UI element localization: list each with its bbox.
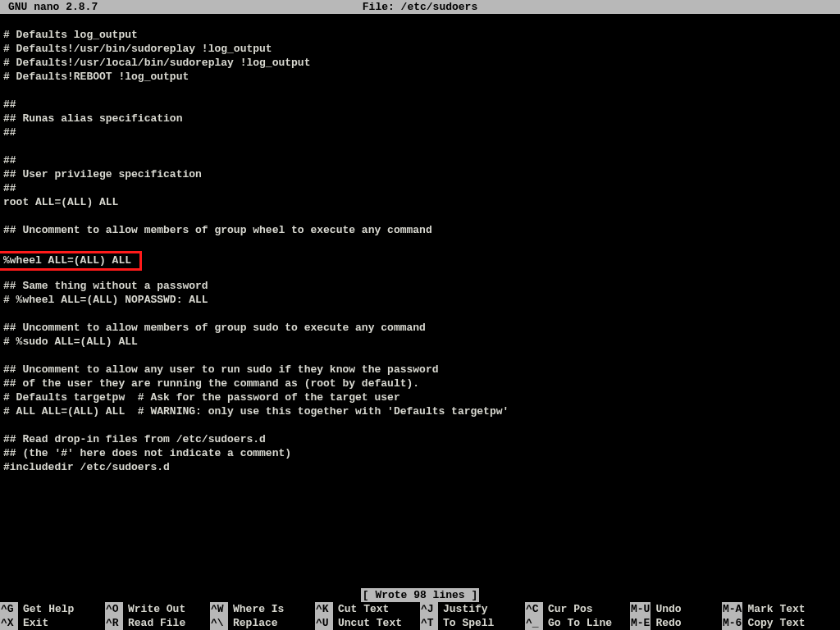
editor-line[interactable]: ##	[3, 181, 837, 195]
editor-line[interactable]	[3, 209, 837, 223]
shortcut-label: Write Out	[128, 602, 185, 616]
shortcut-cut-text[interactable]: ^KCut Text	[315, 602, 420, 616]
shortcut-label: Justify	[443, 602, 488, 616]
shortcut-key: ^R	[105, 616, 123, 630]
editor-line[interactable]	[3, 237, 837, 251]
shortcut-column: ^KCut Text^UUncut Text	[315, 602, 420, 630]
shortcut-mark-text[interactable]: M-AMark Text	[722, 602, 840, 616]
editor-line[interactable]: ## of the user they are running the comm…	[3, 377, 837, 390]
shortcut-label: Cur Pos	[548, 602, 593, 616]
spacer	[0, 14, 840, 28]
highlighted-line: %wheel ALL=(ALL) ALL	[0, 251, 142, 271]
editor-line[interactable]: ## User privilege specification	[3, 167, 837, 181]
shortcut-column: ^GGet Help^XExit	[0, 602, 105, 630]
shortcut-key: ^O	[105, 602, 123, 616]
shortcut-label: Exit	[23, 616, 48, 630]
shortcut-label: Read File	[128, 616, 185, 630]
shortcut-label: Uncut Text	[338, 616, 402, 630]
shortcut-read-file[interactable]: ^RRead File	[105, 616, 210, 630]
editor-line[interactable]	[3, 139, 837, 153]
shortcut-uncut-text[interactable]: ^UUncut Text	[315, 616, 420, 630]
shortcut-label: Copy Text	[747, 616, 805, 630]
shortcut-go-to-line[interactable]: ^_Go To Line	[525, 616, 630, 630]
shortcut-get-help[interactable]: ^GGet Help	[0, 602, 105, 616]
shortcut-key: ^_	[525, 616, 543, 630]
shortcut-label: Replace	[233, 616, 278, 630]
editor-line[interactable]: # ALL ALL=(ALL) ALL # WARNING: only use …	[3, 404, 837, 418]
shortcut-replace[interactable]: ^\Replace	[210, 616, 315, 630]
shortcut-label: Cut Text	[338, 602, 389, 616]
editor-line[interactable]: ##	[3, 126, 837, 139]
editor-line[interactable]: ##	[3, 153, 837, 167]
shortcut-key: M-A	[722, 602, 742, 616]
shortcut-column: M-AMark TextM-6Copy Text	[722, 602, 840, 630]
shortcut-key: ^K	[315, 602, 333, 616]
title-bar: GNU nano 2.8.7 File: /etc/sudoers	[0, 0, 840, 14]
shortcut-key: ^T	[420, 616, 438, 630]
shortcut-label: Go To Line	[548, 616, 612, 630]
shortcut-bar: ^GGet Help^XExit^OWrite Out^RRead File^W…	[0, 602, 840, 630]
shortcut-key: ^\	[210, 616, 228, 630]
editor-line[interactable]: ## Same thing without a password	[3, 279, 837, 293]
shortcut-label: Where Is	[233, 602, 284, 616]
shortcut-key: ^W	[210, 602, 228, 616]
editor-line[interactable]	[3, 349, 837, 363]
status-message: [ Wrote 98 lines ]	[361, 588, 479, 602]
shortcut-column: ^JJustify^TTo Spell	[420, 602, 525, 630]
editor-line[interactable]	[3, 418, 837, 432]
editor-line[interactable]: # Defaults targetpw # Ask for the passwo…	[3, 390, 837, 404]
shortcut-key: ^U	[315, 616, 333, 630]
shortcut-key: M-U	[630, 602, 651, 616]
editor-line[interactable]: %wheel ALL=(ALL) ALL	[3, 251, 837, 265]
editor-line[interactable]: ## Uncomment to allow members of group s…	[3, 321, 837, 335]
shortcut-column: ^OWrite Out^RRead File	[105, 602, 210, 630]
editor-line[interactable]: ## Uncomment to allow any user to run su…	[3, 363, 837, 377]
shortcut-key: M-6	[722, 616, 742, 630]
shortcut-write-out[interactable]: ^OWrite Out	[105, 602, 210, 616]
shortcut-key: ^C	[525, 602, 543, 616]
shortcut-key: ^J	[420, 602, 438, 616]
file-name: File: /etc/sudoers	[0, 0, 840, 14]
editor-line[interactable]	[3, 307, 837, 321]
shortcut-to-spell[interactable]: ^TTo Spell	[420, 616, 525, 630]
editor-line[interactable]: root ALL=(ALL) ALL	[3, 195, 837, 209]
shortcut-label: To Spell	[443, 616, 494, 630]
shortcut-key: ^G	[0, 602, 18, 616]
editor-line[interactable]	[3, 84, 837, 98]
shortcut-justify[interactable]: ^JJustify	[420, 602, 525, 616]
editor-line[interactable]: # %wheel ALL=(ALL) NOPASSWD: ALL	[3, 293, 837, 307]
shortcut-label: Redo	[655, 616, 681, 630]
shortcut-label: Undo	[655, 602, 681, 616]
editor-line[interactable]: ## Read drop-in files from /etc/sudoers.…	[3, 432, 837, 446]
shortcut-undo[interactable]: M-UUndo	[630, 602, 722, 616]
shortcut-column: M-UUndoM-ERedo	[630, 602, 722, 630]
editor-line[interactable]: ## (the '#' here does not indicate a com…	[3, 446, 837, 460]
status-bar: [ Wrote 98 lines ]	[0, 588, 840, 602]
shortcut-column: ^CCur Pos^_Go To Line	[525, 602, 630, 630]
editor-line[interactable]: # Defaults!REBOOT !log_output	[3, 70, 837, 84]
editor-line[interactable]: ## Runas alias specification	[3, 112, 837, 126]
shortcut-cur-pos[interactable]: ^CCur Pos	[525, 602, 630, 616]
shortcut-label: Get Help	[23, 602, 74, 616]
editor-line[interactable]: ##	[3, 98, 837, 112]
editor-line[interactable]: ## Uncomment to allow members of group w…	[3, 223, 837, 237]
editor-line[interactable]: # Defaults!/usr/bin/sudoreplay !log_outp…	[3, 42, 837, 56]
shortcut-key: ^X	[0, 616, 18, 630]
editor-viewport[interactable]: # Defaults log_output# Defaults!/usr/bin…	[0, 28, 840, 474]
editor-line[interactable]: # Defaults log_output	[3, 28, 837, 42]
editor-line[interactable]: # %sudo ALL=(ALL) ALL	[3, 335, 837, 349]
shortcut-where-is[interactable]: ^WWhere Is	[210, 602, 315, 616]
shortcut-copy-text[interactable]: M-6Copy Text	[722, 616, 840, 630]
shortcut-column: ^WWhere Is^\Replace	[210, 602, 315, 630]
shortcut-redo[interactable]: M-ERedo	[630, 616, 722, 630]
shortcut-label: Mark Text	[747, 602, 805, 616]
shortcut-key: M-E	[630, 616, 651, 630]
shortcut-exit[interactable]: ^XExit	[0, 616, 105, 630]
editor-line[interactable]: #includedir /etc/sudoers.d	[3, 460, 837, 474]
editor-line[interactable]: # Defaults!/usr/local/bin/sudoreplay !lo…	[3, 56, 837, 70]
